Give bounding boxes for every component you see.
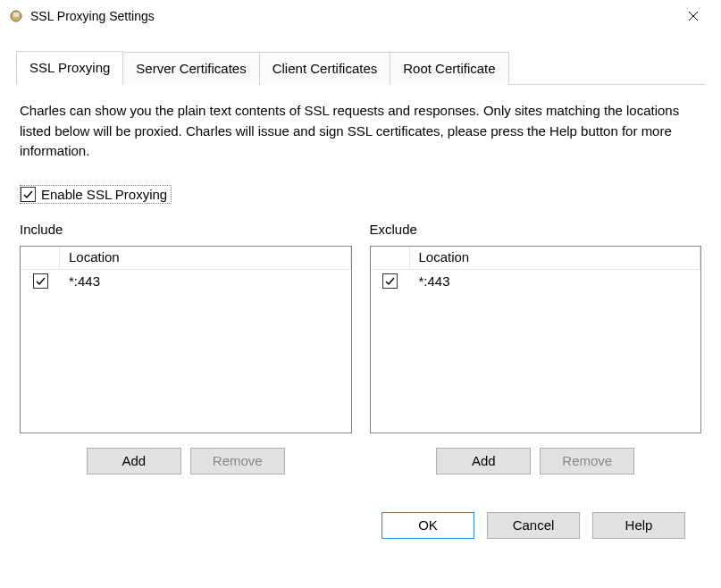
tab-ssl-proxying[interactable]: SSL Proxying [16,51,123,85]
check-icon [384,275,396,287]
description-text: Charles can show you the plain text cont… [20,101,701,162]
include-header-location[interactable]: Location [60,247,351,270]
exclude-header-location[interactable]: Location [410,247,701,270]
check-icon [22,189,34,200]
tab-root-certificate[interactable]: Root Certificate [390,52,508,85]
titlebar: SSL Proxying Settings [0,0,721,32]
include-column: Include Location *:443 Add Remove [20,222,352,475]
check-icon [35,275,46,287]
exclude-row[interactable]: *:443 [371,270,701,293]
close-button[interactable] [673,3,714,29]
enable-ssl-proxying-label: Enable SSL Proxying [41,187,167,202]
exclude-column: Exclude Location *:443 Add Remove [370,222,702,475]
enable-ssl-proxying-checkbox[interactable] [21,187,36,202]
close-icon [688,11,699,21]
include-header: Location [21,247,351,270]
exclude-add-button[interactable]: Add [436,448,531,475]
exclude-header-check[interactable] [371,247,410,270]
include-row-checkbox[interactable] [33,273,48,289]
tab-client-certificates[interactable]: Client Certificates [259,52,391,85]
help-button[interactable]: Help [592,512,685,539]
window-title: SSL Proxying Settings [30,9,673,23]
tabs: SSL Proxying Server Certificates Client … [16,50,705,85]
exclude-header: Location [371,247,701,270]
include-row-location: *:443 [60,273,351,289]
include-label: Include [20,222,352,237]
include-remove-button[interactable]: Remove [190,448,285,475]
exclude-list[interactable]: Location *:443 [370,246,702,433]
tab-server-certificates[interactable]: Server Certificates [122,52,259,85]
ok-button[interactable]: OK [381,512,474,539]
exclude-row-location: *:443 [410,273,701,289]
app-icon [9,9,23,23]
exclude-row-checkbox[interactable] [382,273,398,289]
include-row[interactable]: *:443 [21,270,351,293]
include-header-check[interactable] [21,247,60,270]
include-add-button[interactable]: Add [87,448,181,475]
cancel-button[interactable]: Cancel [487,512,580,539]
svg-rect-1 [13,13,19,17]
exclude-remove-button[interactable]: Remove [540,448,634,475]
include-list[interactable]: Location *:443 [20,246,352,433]
enable-ssl-proxying-row: Enable SSL Proxying [20,185,172,204]
exclude-label: Exclude [370,222,702,237]
